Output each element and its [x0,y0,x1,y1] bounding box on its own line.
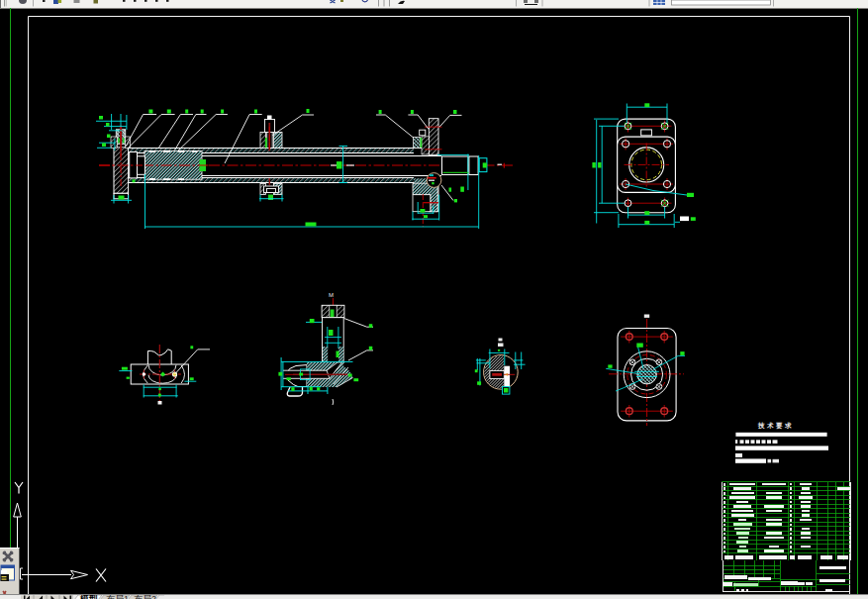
svg-text:技术要求: 技术要求 [757,422,794,430]
svg-text:布局1: 布局1 [106,595,129,599]
svg-text:布局2: 布局2 [134,595,156,599]
svg-text:M: M [329,292,334,298]
svg-text:模型: 模型 [79,595,98,599]
